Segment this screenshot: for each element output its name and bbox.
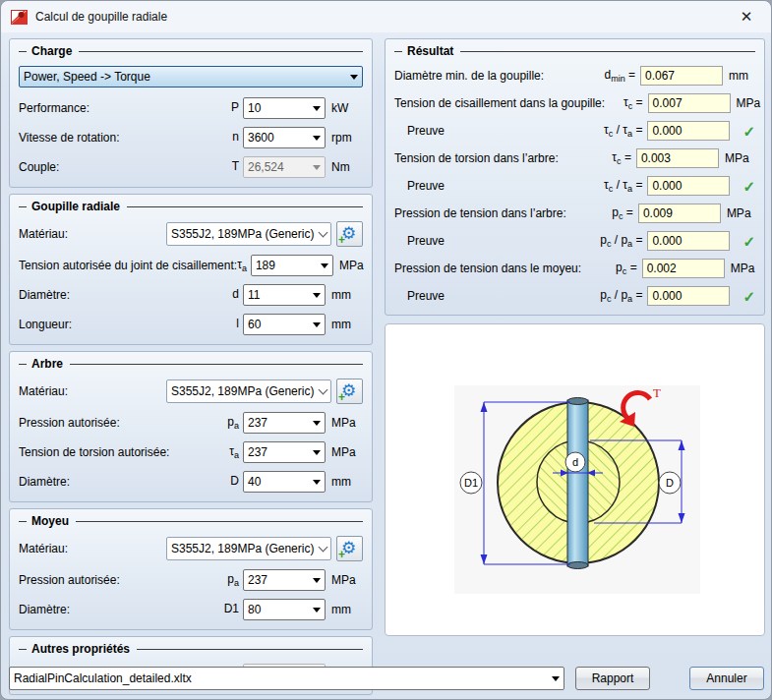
result-symbol: pc = xyxy=(566,205,633,221)
chevron-down-icon xyxy=(309,480,325,485)
field-row-torque: Couple: T 26,524 Nm xyxy=(19,156,363,178)
pin-diagram: D1 D d T xyxy=(386,324,764,636)
cancel-button[interactable]: Annuler xyxy=(689,667,764,690)
pin-length-combobox[interactable]: 60 xyxy=(243,314,326,335)
window-title: Calcul de goupille radiale xyxy=(35,10,167,24)
performance-combobox[interactable]: 10 xyxy=(243,97,326,119)
hub-material-combobox[interactable]: S355J2, 189MPa (Generic) xyxy=(166,537,331,560)
result-row: Diamètre min. de la goupille: dmin = 0.0… xyxy=(394,66,755,86)
unit-label: MPa xyxy=(331,445,363,459)
field-row-performance: Performance: P 10 kW xyxy=(19,97,363,119)
shaft-material-settings-button[interactable]: ⚙+ xyxy=(336,379,363,404)
shaft-diameter-combobox[interactable]: 40 xyxy=(243,471,326,493)
material-row: Matériau: S355J2, 189MPa (Generic) ⚙+ xyxy=(19,536,363,561)
field-row-shaft-torsion: Tension de torsion autorisée: τa 237 MPa xyxy=(19,441,363,463)
group-collapse-dash xyxy=(19,51,27,52)
pin-rect xyxy=(567,400,588,566)
result-label: Pression de tension dans l’arbre: xyxy=(394,206,566,220)
field-row-shaft-pressure: Pression autorisée: pa 237 MPa xyxy=(19,412,363,434)
unit-label: MPa xyxy=(331,416,363,430)
field-label: Matériau: xyxy=(19,227,166,241)
result-field: 0.000 xyxy=(647,286,730,306)
pin-diagram-panel: D1 D d T xyxy=(385,323,765,636)
label-D1: D1 xyxy=(464,477,478,489)
report-template-combobox[interactable]: RadialPinCalculation_detailed.xltx xyxy=(9,667,564,690)
app-icon xyxy=(11,10,28,25)
result-label: Preuve xyxy=(394,289,567,303)
field-label: Matériau: xyxy=(19,384,166,398)
result-symbol: τc / τa = xyxy=(567,123,642,139)
field-row-speed: Vitesse de rotation: n 3600 rpm xyxy=(19,127,363,148)
chevron-down-icon xyxy=(309,578,325,583)
unit-label: mm xyxy=(331,475,363,489)
result-field: 0.000 xyxy=(647,176,730,196)
field-label: Pression autorisée: xyxy=(19,416,227,430)
result-label: Diamètre min. de la goupille: xyxy=(394,69,561,83)
field-label: Pression autorisée: xyxy=(19,573,227,587)
field-label: Diamètre: xyxy=(19,288,232,302)
chevron-down-icon xyxy=(309,608,325,612)
chevron-down-icon xyxy=(309,322,325,327)
result-symbol: τc = xyxy=(605,95,642,111)
pin-material-combobox[interactable]: S355J2, 189MPa (Generic) xyxy=(166,222,331,246)
field-label: Diamètre: xyxy=(19,603,224,616)
shear-stress-combobox[interactable]: 189 xyxy=(251,255,333,276)
symbol-label: n xyxy=(232,130,239,146)
symbol-label: τa xyxy=(237,258,247,273)
chevron-down-icon xyxy=(309,106,325,111)
result-field: 0.000 xyxy=(647,121,730,141)
result-symbol: pc = xyxy=(581,261,637,276)
chevron-down-icon xyxy=(317,263,332,268)
result-label: Preuve xyxy=(394,234,567,248)
pin-diameter-combobox[interactable]: 11 xyxy=(243,284,326,306)
gear-plus-icon: ⚙+ xyxy=(341,540,356,556)
result-field: 0.009 xyxy=(638,204,721,223)
group-collapse-dash xyxy=(19,521,27,522)
result-row-proof: Preuve τc / τa = 0.000 ✓ xyxy=(394,121,755,141)
load-mode-combobox[interactable]: Power, Speed -> Torque xyxy=(19,66,363,88)
shaft-pressure-combobox[interactable]: 237 xyxy=(243,412,326,434)
shaft-torsion-combobox[interactable]: 237 xyxy=(243,441,326,463)
pin-material-settings-button[interactable]: ⚙+ xyxy=(336,221,363,247)
chevron-down-icon xyxy=(315,544,330,554)
close-button[interactable]: ✕ xyxy=(732,5,761,29)
result-label: Preuve xyxy=(394,124,567,138)
hub-diameter-combobox[interactable]: 80 xyxy=(243,599,326,620)
symbol-label: d xyxy=(232,287,239,303)
speed-combobox[interactable]: 3600 xyxy=(243,127,326,148)
check-icon: ✓ xyxy=(742,234,755,249)
result-symbol: τc / τa = xyxy=(567,178,642,194)
field-label: Matériau: xyxy=(19,542,166,555)
unit-label: MPa xyxy=(725,151,748,165)
group-collapse-dash xyxy=(19,649,27,650)
result-symbol: dmin = xyxy=(561,68,635,84)
chevron-down-icon xyxy=(315,229,330,239)
material-row: Matériau: S355J2, 189MPa (Generic) ⚙+ xyxy=(19,379,363,404)
symbol-label: D xyxy=(230,474,239,490)
shaft-material-combobox[interactable]: S355J2, 189MPa (Generic) xyxy=(166,379,331,403)
result-field: 0.067 xyxy=(640,66,723,86)
hub-pressure-combobox[interactable]: 237 xyxy=(243,569,326,591)
report-button[interactable]: Rapport xyxy=(575,667,650,690)
field-row-shear-stress: Tension autorisée du joint de cisailleme… xyxy=(19,255,363,276)
check-icon: ✓ xyxy=(742,179,755,194)
group-collapse-dash xyxy=(394,51,402,52)
hub-material-settings-button[interactable]: ⚙+ xyxy=(336,536,363,561)
chevron-down-icon xyxy=(309,165,325,170)
group-title: Moyeu xyxy=(31,514,69,528)
result-field: 0.003 xyxy=(636,148,719,168)
field-label: Tension autorisée du joint de cisailleme… xyxy=(19,259,237,272)
check-icon: ✓ xyxy=(742,289,755,304)
title-bar: Calcul de goupille radiale ✕ xyxy=(1,1,771,32)
symbol-label: D1 xyxy=(224,602,239,617)
pin-top-cap xyxy=(567,398,588,405)
group-collapse-dash xyxy=(19,364,27,365)
field-row-pin-diameter: Diamètre: d 11 mm xyxy=(19,284,363,306)
result-row: Pression de tension dans l’arbre: pc = 0… xyxy=(394,204,755,223)
footer-bar: RadialPinCalculation_detailed.xltx Rappo… xyxy=(9,666,765,691)
gear-plus-icon: ⚙+ xyxy=(341,225,356,242)
result-row: Tension de torsion dans l’arbre: τc = 0.… xyxy=(394,148,755,168)
group-charge: Charge Power, Speed -> Torque Performanc… xyxy=(9,38,373,188)
label-T: T xyxy=(653,385,661,400)
group-arbre: Arbre Matériau: S355J2, 189MPa (Generic)… xyxy=(9,351,373,502)
